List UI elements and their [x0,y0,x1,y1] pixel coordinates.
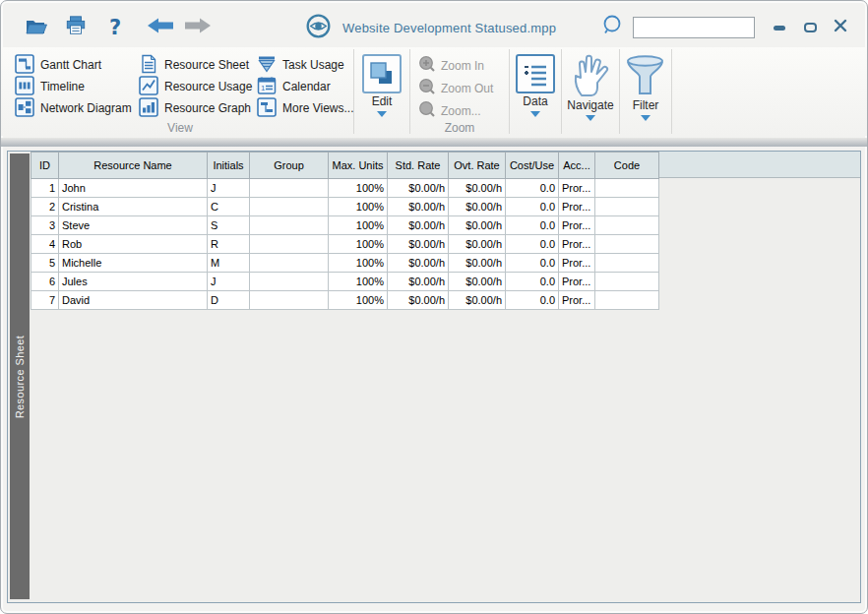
table-cell[interactable] [595,235,659,254]
table-cell[interactable]: 100% [329,235,388,254]
table-cell[interactable] [250,235,329,254]
table-cell[interactable]: J [208,273,250,291]
edit-button[interactable]: Edit [354,47,409,136]
table-cell[interactable]: 100% [329,198,388,216]
open-file-button[interactable] [23,15,50,40]
table-cell[interactable]: Pror... [559,179,595,198]
back-button[interactable] [147,15,174,40]
table-cell[interactable]: $0.00/h [388,273,449,291]
table-cell[interactable]: $0.00/h [388,254,449,273]
column-header[interactable]: Cost/Use [506,153,559,179]
table-cell[interactable]: 2 [31,198,59,216]
table-cell[interactable]: $0.00/h [388,216,449,235]
forward-button[interactable] [184,15,212,40]
view-item-resource-sheet[interactable]: Resource Sheet [139,54,257,76]
table-cell[interactable] [595,179,659,198]
table-cell[interactable] [250,254,329,273]
view-item-network-diagram[interactable]: Network Diagram [15,97,139,119]
column-header[interactable]: Initials [208,153,250,179]
table-cell[interactable] [250,198,329,216]
table-cell[interactable]: $0.00/h [449,254,506,273]
zoom-out-button[interactable]: Zoom Out [418,77,509,99]
table-cell[interactable] [595,254,659,273]
table-cell[interactable]: $0.00/h [388,291,449,310]
table-cell[interactable]: 6 [31,273,59,291]
table-cell[interactable] [250,273,329,291]
zoom-dialog-button[interactable]: Zoom... [418,99,509,122]
table-cell[interactable]: 0.0 [506,216,559,235]
zoom-in-button[interactable]: Zoom In [418,54,509,77]
table-cell[interactable] [595,291,659,310]
table-cell[interactable]: Pror... [559,216,595,235]
view-side-tab[interactable]: Resource Sheet [10,154,30,599]
table-cell[interactable]: Jules [59,273,208,291]
table-cell[interactable]: 100% [329,179,388,198]
table-cell[interactable] [595,198,659,216]
view-item-timeline[interactable]: Timeline [15,76,139,97]
column-header[interactable]: Code [595,153,659,179]
column-header[interactable]: ID [31,153,59,179]
table-cell[interactable]: $0.00/h [449,216,506,235]
navigate-button[interactable]: Navigate [562,47,619,136]
help-button[interactable]: ? [101,15,129,40]
table-cell[interactable]: $0.00/h [449,179,506,198]
table-cell[interactable]: R [208,235,250,254]
table-cell[interactable]: $0.00/h [388,198,449,216]
close-button[interactable] [830,18,851,37]
table-cell[interactable]: S [208,216,250,235]
view-item-more-views[interactable]: More Views... [257,97,355,119]
column-header[interactable]: Ovt. Rate [449,153,506,179]
table-cell[interactable]: 0.0 [506,254,559,273]
table-cell[interactable]: 0.0 [506,198,559,216]
table-cell[interactable]: 100% [329,254,388,273]
table-cell[interactable]: Pror... [559,235,595,254]
table-cell[interactable]: $0.00/h [388,179,449,198]
table-cell[interactable]: Michelle [59,254,208,273]
table-cell[interactable]: 3 [31,216,59,235]
table-cell[interactable]: M [208,254,250,273]
table-cell[interactable]: $0.00/h [449,198,506,216]
table-cell[interactable] [595,273,659,291]
table-cell[interactable]: 0.0 [506,235,559,254]
print-button[interactable] [62,15,90,40]
table-cell[interactable]: $0.00/h [449,273,506,291]
table-cell[interactable]: 5 [31,254,59,273]
table-cell[interactable]: J [208,179,250,198]
table-cell[interactable]: 100% [329,291,388,310]
table-cell[interactable]: 0.0 [506,273,559,291]
table-cell[interactable]: C [208,198,250,216]
table-cell[interactable]: 7 [31,291,59,310]
filter-button[interactable]: Filter [620,47,671,136]
table-cell[interactable]: 0.0 [506,291,559,310]
minimize-button[interactable] [769,18,790,37]
search-icon[interactable] [601,14,625,41]
column-header[interactable]: Max. Units [329,153,388,179]
column-header[interactable]: Group [250,153,329,179]
table-cell[interactable] [250,179,329,198]
column-header[interactable]: Acc... [559,153,595,179]
table-cell[interactable] [595,216,659,235]
search-input[interactable] [633,17,755,38]
table-cell[interactable]: 4 [31,235,59,254]
table-cell[interactable]: $0.00/h [449,291,506,310]
view-item-calendar[interactable]: 1 Calendar [257,76,355,97]
table-cell[interactable]: Pror... [559,273,595,291]
table-cell[interactable]: Cristina [59,198,208,216]
table-cell[interactable]: Pror... [559,198,595,216]
table-cell[interactable]: D [208,291,250,310]
table-cell[interactable]: Pror... [559,291,595,310]
table-cell[interactable]: Rob [59,235,208,254]
table-cell[interactable]: John [59,179,208,198]
restore-button[interactable] [799,18,821,37]
view-item-task-usage[interactable]: Task Usage [257,54,355,76]
view-item-resource-usage[interactable]: Resource Usage [139,76,257,97]
table-cell[interactable]: 100% [329,273,388,291]
table-cell[interactable]: David [59,291,208,310]
table-cell[interactable]: Steve [59,216,208,235]
table-cell[interactable] [250,291,329,310]
table-cell[interactable]: 0.0 [506,179,559,198]
table-cell[interactable]: Pror... [559,254,595,273]
table-cell[interactable]: 1 [31,179,59,198]
table-cell[interactable]: $0.00/h [388,235,449,254]
table-cell[interactable]: $0.00/h [449,235,506,254]
